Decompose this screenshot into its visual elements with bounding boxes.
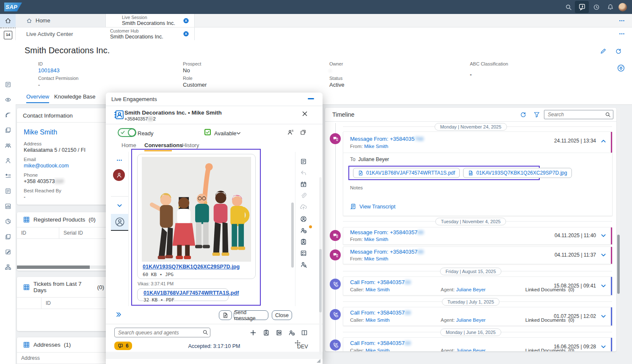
send-message-button[interactable]: Send message	[234, 310, 268, 320]
person-link[interactable]: Mike Smith	[364, 237, 388, 242]
contact-name-link[interactable]: Mike Smith	[24, 129, 103, 136]
person-link[interactable]: Juliane Beyer	[456, 317, 486, 323]
jpg-attachment-link[interactable]: 01KAV193SQ7KBK1Q26XC29SP7D.jpg	[143, 264, 240, 270]
search-icon[interactable]	[565, 3, 572, 11]
add-appointment-icon[interactable]	[300, 181, 307, 188]
selected-conversation-tab[interactable]	[111, 214, 128, 231]
person-link[interactable]: Juliane Beyer	[456, 348, 486, 351]
upload-cloud-icon[interactable]	[300, 203, 307, 211]
expand-chevron-down-icon[interactable]	[600, 283, 607, 289]
resize-handle[interactable]	[317, 359, 320, 363]
tab-live-activity-center[interactable]: Live Activity Center	[16, 27, 106, 40]
accounts-people-icon[interactable]	[4, 142, 11, 149]
engage-tab-conversations[interactable]: Conversations	[144, 142, 182, 148]
entry-title-link[interactable]: Call From: +3584035788	[350, 279, 411, 285]
collapse-header-icon[interactable]	[617, 64, 625, 72]
chevron-down-icon[interactable]	[236, 131, 241, 136]
person-link[interactable]: Mike Smith	[365, 348, 389, 351]
person-link[interactable]: Juliane Beyer	[456, 287, 486, 292]
open-in-window-icon[interactable]	[300, 129, 306, 136]
overflow-menu-icon[interactable]	[618, 17, 625, 24]
live-engagements-shell-icon[interactable]	[575, 1, 589, 13]
contacts-person-icon[interactable]	[4, 157, 11, 164]
entry-title-link[interactable]: Call From: +3584035788	[350, 340, 411, 346]
products-hexagon-icon[interactable]	[4, 218, 11, 225]
vertical-scrollbar[interactable]	[617, 108, 620, 351]
surveys-note-icon[interactable]	[4, 248, 11, 255]
close-icon[interactable]	[301, 110, 308, 117]
expand-chevron-down-icon[interactable]	[600, 344, 607, 350]
person-link[interactable]: Mike Smith	[365, 287, 389, 292]
expand-chevron-down-icon[interactable]	[600, 233, 607, 239]
notifications-bell-icon[interactable]	[607, 3, 614, 11]
user-avatar[interactable]	[618, 3, 627, 11]
find-agent-icon[interactable]	[300, 261, 307, 268]
cases-document-icon[interactable]	[4, 187, 11, 194]
email-link[interactable]: mike@outlook.com	[24, 163, 103, 169]
leads-star-list-icon[interactable]	[4, 172, 11, 179]
ready-toggle[interactable]	[118, 128, 136, 137]
history-clock-icon[interactable]	[593, 3, 600, 11]
engage-tab-home[interactable]: Home	[121, 142, 136, 148]
directory-settings-icon[interactable]	[275, 329, 282, 336]
close-tab-icon[interactable]	[183, 31, 189, 37]
overflow-menu-icon[interactable]	[116, 157, 123, 164]
search-icon[interactable]	[202, 329, 208, 335]
sidebar-item-home[interactable]	[0, 14, 16, 27]
survey-checklist-icon[interactable]	[300, 249, 307, 257]
copy-pages-icon[interactable]	[4, 126, 11, 134]
attached-image-people-illustration[interactable]	[142, 157, 251, 262]
customer-history-icon[interactable]	[300, 227, 307, 234]
conversation-scrollbar[interactable]	[291, 203, 294, 268]
entry-title-link[interactable]: Message From: +3584035788	[350, 229, 424, 235]
customer-avatar-icon[interactable]	[113, 169, 125, 181]
filter-icon[interactable]	[533, 111, 540, 118]
queue-search-input[interactable]	[114, 328, 210, 337]
refresh-icon[interactable]	[615, 48, 622, 55]
split-view-icon[interactable]	[301, 329, 308, 336]
attachment-pdf-chip[interactable]: 01KAV1B768VJAF74574WRTTA1S.pdf	[353, 168, 460, 178]
id-link[interactable]: 1001843	[38, 67, 60, 74]
pdf-attachment-chip[interactable]: 01KAV1B768VJAF74574WRTTA1S.pdf 32 KB • P…	[137, 288, 229, 301]
horizontal-scrollbar[interactable]	[17, 265, 110, 269]
customer-profile-icon[interactable]	[300, 215, 307, 222]
clipboard-icon[interactable]	[262, 329, 270, 336]
agent-status-icon[interactable]	[288, 329, 295, 336]
entry-title-link[interactable]: Message From: +3584035788	[350, 136, 424, 142]
notes-list-icon[interactable]	[300, 158, 307, 165]
available-checkbox[interactable]	[204, 129, 211, 135]
visits-eye-icon[interactable]	[4, 96, 11, 103]
window-titlebar[interactable]: Live Engagements	[106, 93, 323, 106]
collapse-chevron-up-icon[interactable]	[600, 138, 607, 144]
window-scrollbar[interactable]	[319, 177, 322, 355]
add-plus-icon[interactable]	[249, 329, 257, 336]
expand-chevron-down-icon[interactable]	[600, 313, 607, 320]
tab-overview[interactable]: Overview	[26, 93, 49, 103]
org-chart-icon[interactable]	[4, 263, 11, 271]
close-tab-icon[interactable]	[183, 17, 189, 24]
entry-title-link[interactable]: Message From: +3584035788	[350, 249, 424, 255]
library-copy-icon[interactable]	[4, 233, 11, 240]
document-icon[interactable]	[4, 81, 11, 88]
pdf-attachment-link[interactable]: 01KAV1B768VJAF74574WRTTA1S.pdf	[144, 290, 239, 296]
expand-panel-icon[interactable]	[115, 311, 122, 318]
person-link[interactable]: Mike Smith	[364, 144, 388, 149]
sidebar-item-calendar[interactable]: 14	[0, 27, 16, 40]
agent-settings-icon[interactable]	[287, 129, 294, 136]
expand-chevron-down-icon[interactable]	[600, 252, 607, 258]
attachment-jpg-chip[interactable]: 01KAV193SQ7KBK1Q26XC29SP7D.jpg	[463, 168, 572, 178]
tab-customer-hub[interactable]: Customer Hub Smith Decorations Inc.	[106, 27, 195, 40]
person-link[interactable]: Mike Smith	[364, 256, 388, 261]
reply-icon[interactable]	[300, 169, 307, 176]
assign-contact-icon[interactable]	[300, 238, 307, 245]
view-transcript-link[interactable]: View Transcript	[359, 204, 395, 210]
attachment-paperclip-icon[interactable]	[300, 192, 307, 199]
refresh-icon[interactable]	[520, 111, 527, 118]
close-button[interactable]: Close	[272, 310, 292, 320]
minimize-icon[interactable]	[308, 98, 314, 99]
tab-home[interactable]: Home	[16, 14, 106, 27]
analytics-chart-icon[interactable]	[4, 203, 11, 210]
feed-rss-icon[interactable]	[4, 111, 11, 118]
overflow-menu-icon[interactable]	[618, 30, 625, 37]
timeline-search-input[interactable]	[544, 110, 613, 119]
